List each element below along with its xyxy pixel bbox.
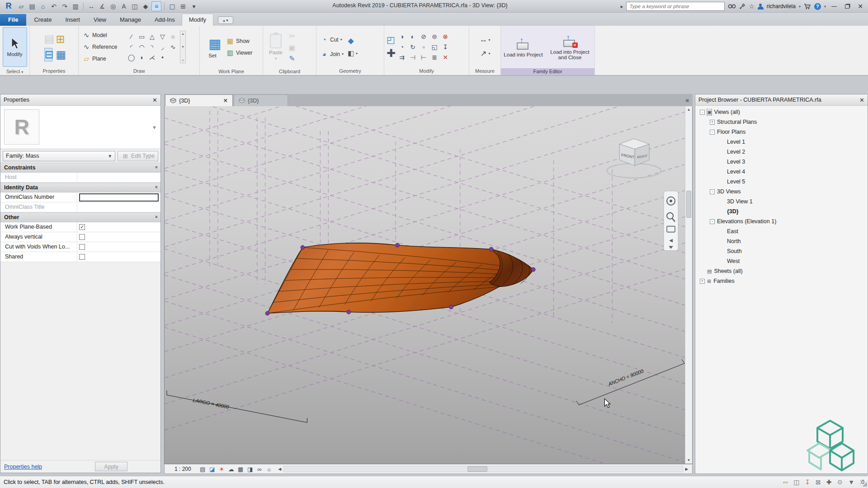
properties-close-icon[interactable]: ✕ [152,97,157,103]
type-selector-dropdown-icon[interactable]: ▼ [152,125,157,130]
mass-roof-surface[interactable] [265,243,535,315]
circumscribed-polygon-icon[interactable]: ▽ [157,31,168,42]
collapse-icon[interactable]: « [153,187,159,188]
property-value[interactable] [77,232,160,242]
visual-style-icon[interactable]: ◪ [208,466,217,473]
circle-icon[interactable]: ○ [168,31,178,42]
type-selector[interactable]: R ▼ [0,106,160,149]
select-underlay-elements-icon[interactable]: ◫ [793,479,799,486]
collapse-icon[interactable]: « [153,216,159,218]
line-icon[interactable]: ∕ [126,31,137,42]
ellipse-icon[interactable]: ◯ [126,52,137,62]
navigation-bar[interactable] [664,191,678,251]
rotate-icon[interactable]: ↻ [407,42,418,52]
properties-palette-icon[interactable]: ▤ [44,33,52,45]
tree-item-level-2[interactable]: Level 2 [697,147,868,157]
reveal-hidden-elements-icon[interactable]: ☼ [265,466,274,473]
rectangle-icon[interactable]: ▭ [137,31,147,42]
model-line-button[interactable]: ∿Model [81,30,124,41]
tree-item-level-1[interactable]: Level 1 [697,137,868,147]
view-scale[interactable]: 1 : 200 [166,466,196,472]
property-value[interactable]: ✓ [77,222,160,232]
scroll-left-icon[interactable]: ◀ [276,467,283,471]
property-group-other[interactable]: Other« [0,212,160,222]
cope-icon[interactable]: ◔ [396,42,407,52]
tree-item-3d-view-1[interactable]: 3D View 1 [697,197,868,206]
property-value[interactable] [77,202,160,212]
copy-to-clipboard-icon[interactable]: ▣ [288,43,296,52]
property-input[interactable] [79,193,159,202]
unpin-icon[interactable]: ⊗ [440,31,451,42]
thin-lines-icon[interactable]: ≡ [151,1,161,11]
ribbon-tab-add-ins[interactable]: Add-Ins [148,14,182,26]
tree-item-families[interactable]: +⊞Families [697,276,868,286]
trim-extend-multiple-icon[interactable]: ≣ [429,52,440,62]
edit-type-button[interactable]: ⊞ Edit Type [118,151,158,161]
split-element-icon[interactable]: ⊘ [418,31,429,42]
property-checkbox[interactable] [79,234,85,240]
restore-button[interactable] [842,2,852,11]
help-icon[interactable]: ? [814,3,821,10]
save-icon[interactable]: ▤ [27,1,37,11]
property-value[interactable] [77,252,160,262]
tree-expand-icon[interactable]: + [700,279,705,284]
inscribed-polygon-icon[interactable]: △ [147,31,157,42]
mirror-draw-axis-icon[interactable]: ◐ [407,31,418,42]
scroll-right-icon[interactable]: ▶ [683,467,690,471]
crop-view-icon[interactable]: ▦ [236,466,245,473]
default-3d-view-icon[interactable]: ◫ [130,1,140,11]
split-with-gap-icon[interactable]: ⊜ [429,31,440,42]
print-icon[interactable]: ▥ [71,1,80,11]
tree-collapse-icon[interactable]: - [710,130,715,135]
delete-icon[interactable]: ✕ [440,52,451,62]
show-work-plane-button[interactable]: ▦Show [225,36,254,47]
tree-item-structural-plans[interactable]: +Structural Plans [697,117,868,127]
tree-item-west[interactable]: West [697,256,868,266]
paint-icon[interactable]: ◧ [347,49,355,57]
section-icon[interactable]: ◆ [141,1,151,11]
vertical-scroll-thumb[interactable] [686,191,691,218]
property-group-identity-data[interactable]: Identity Data« [0,183,160,192]
family-category-icon[interactable]: ⊞ [56,33,64,46]
load-into-project-button[interactable]: ↑ Load into Project [504,27,543,67]
shadows-icon[interactable]: ☁ [227,466,236,473]
customize-qat-icon[interactable]: ▾ [189,1,199,11]
resize-grip[interactable]: ◢ [862,480,867,487]
communication-center-icon[interactable] [739,3,745,9]
properties-help-link[interactable]: Properties help [4,464,42,470]
home-3d-view-icon[interactable]: ⌂ [38,1,48,11]
set-work-plane-button[interactable]: ▦ Set [202,27,223,67]
vertical-scrollbar[interactable]: ▲ ▼ [685,106,692,464]
reference-line-button[interactable]: ∿Reference [81,42,124,52]
pick-lines-icon[interactable]: ⋌ [147,52,157,62]
redo-icon[interactable]: ↷ [60,1,70,11]
ribbon-display-toggle[interactable]: ▴ ▾ [218,16,233,24]
ribbon-tab-file[interactable]: File [0,14,26,26]
apply-button[interactable]: Apply [95,462,127,471]
tree-item-level-4[interactable]: Level 4 [697,167,868,177]
signed-in-username[interactable]: richardvilela [767,3,796,9]
property-checkbox[interactable] [79,244,85,250]
open-icon[interactable]: ▱ [16,1,26,11]
text-icon[interactable]: A [119,1,129,11]
search-expand-icon[interactable]: ▸ [621,4,623,9]
select-elements-by-face-icon[interactable]: ⊠ [816,479,821,486]
minimize-button[interactable]: — [829,2,839,11]
tree-item-floor-plans[interactable]: -Floor Plans [697,127,868,137]
scale-icon[interactable]: ◱ [429,42,440,52]
aligned-dimension-icon[interactable]: ∡ [97,1,107,11]
sun-path-icon[interactable]: ☀ [217,466,226,473]
property-group-constraints[interactable]: Constraints« [0,163,160,173]
scroll-down-icon[interactable]: ▼ [685,457,692,464]
horizontal-scrollbar[interactable]: ◀ ▶ [276,465,690,474]
ribbon-tab-view[interactable]: View [87,14,113,26]
tree-item-3d-views[interactable]: -3D Views [697,187,868,197]
ribbon-tab-manage[interactable]: Manage [113,14,148,26]
offset-icon[interactable]: ⇉ [396,52,407,62]
help-dropdown-icon[interactable]: ▾ [824,5,826,9]
view-tab-list-icon[interactable]: ≡ [685,97,689,104]
trim-extend-corner-icon[interactable]: ⊣ [407,52,418,62]
property-checkbox[interactable] [79,254,85,260]
search-input[interactable] [626,2,725,11]
create-void-form-icon[interactable]: ◆ [347,36,355,46]
